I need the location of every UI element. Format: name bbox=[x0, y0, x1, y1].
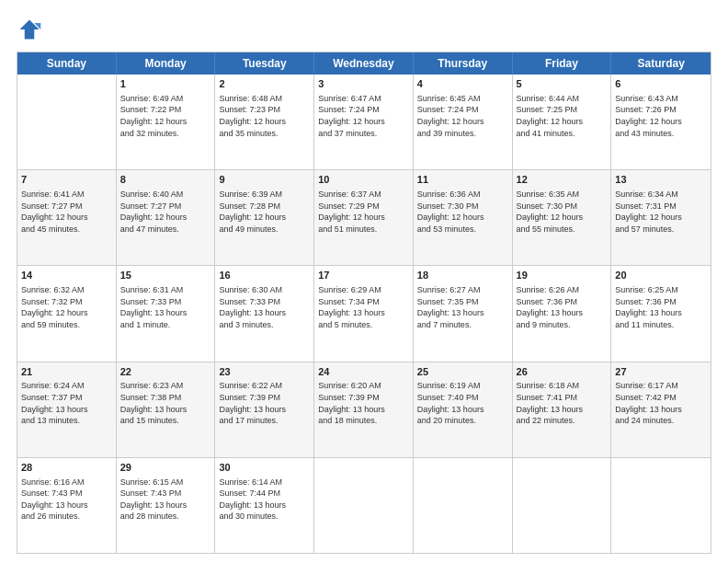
day-number: 28 bbox=[21, 461, 112, 475]
cal-cell-empty-4-6 bbox=[611, 458, 711, 553]
logo-icon bbox=[17, 17, 42, 42]
day-number: 25 bbox=[417, 365, 508, 379]
cell-info: Sunrise: 6:22 AM Sunset: 7:39 PM Dayligh… bbox=[219, 380, 310, 426]
cell-info: Sunrise: 6:35 AM Sunset: 7:30 PM Dayligh… bbox=[517, 189, 608, 235]
day-number: 2 bbox=[219, 77, 310, 91]
header-cell-tuesday: Tuesday bbox=[215, 52, 314, 75]
day-number: 4 bbox=[417, 77, 508, 91]
cal-cell-27: 27Sunrise: 6:17 AM Sunset: 7:42 PM Dayli… bbox=[611, 362, 711, 457]
day-number: 30 bbox=[219, 461, 310, 475]
cal-row-4: 28Sunrise: 6:16 AM Sunset: 7:43 PM Dayli… bbox=[17, 458, 711, 553]
cell-info: Sunrise: 6:45 AM Sunset: 7:24 PM Dayligh… bbox=[417, 93, 508, 139]
cell-info: Sunrise: 6:15 AM Sunset: 7:43 PM Dayligh… bbox=[120, 477, 211, 523]
cell-info: Sunrise: 6:32 AM Sunset: 7:32 PM Dayligh… bbox=[21, 284, 112, 330]
cell-info: Sunrise: 6:23 AM Sunset: 7:38 PM Dayligh… bbox=[120, 380, 211, 426]
cal-cell-empty-4-3 bbox=[314, 458, 414, 553]
cal-cell-24: 24Sunrise: 6:20 AM Sunset: 7:39 PM Dayli… bbox=[314, 362, 414, 457]
cell-info: Sunrise: 6:39 AM Sunset: 7:28 PM Dayligh… bbox=[219, 189, 310, 235]
calendar-body: 1Sunrise: 6:49 AM Sunset: 7:22 PM Daylig… bbox=[17, 75, 711, 553]
cell-info: Sunrise: 6:40 AM Sunset: 7:27 PM Dayligh… bbox=[120, 189, 211, 235]
cal-cell-7: 7Sunrise: 6:41 AM Sunset: 7:27 PM Daylig… bbox=[17, 170, 117, 265]
cal-cell-21: 21Sunrise: 6:24 AM Sunset: 7:37 PM Dayli… bbox=[17, 362, 117, 457]
header-cell-friday: Friday bbox=[513, 52, 612, 75]
cell-info: Sunrise: 6:44 AM Sunset: 7:25 PM Dayligh… bbox=[517, 93, 608, 139]
day-number: 11 bbox=[417, 173, 508, 187]
cell-info: Sunrise: 6:30 AM Sunset: 7:33 PM Dayligh… bbox=[219, 284, 310, 330]
cal-cell-16: 16Sunrise: 6:30 AM Sunset: 7:33 PM Dayli… bbox=[215, 266, 314, 361]
cal-cell-18: 18Sunrise: 6:27 AM Sunset: 7:35 PM Dayli… bbox=[414, 266, 513, 361]
cell-info: Sunrise: 6:27 AM Sunset: 7:35 PM Dayligh… bbox=[417, 284, 508, 330]
cal-row-2: 14Sunrise: 6:32 AM Sunset: 7:32 PM Dayli… bbox=[17, 266, 711, 362]
day-number: 8 bbox=[120, 173, 211, 187]
cell-info: Sunrise: 6:25 AM Sunset: 7:36 PM Dayligh… bbox=[615, 284, 707, 330]
svg-marker-0 bbox=[20, 20, 40, 40]
cell-info: Sunrise: 6:47 AM Sunset: 7:24 PM Dayligh… bbox=[318, 93, 409, 139]
header bbox=[17, 17, 711, 42]
day-number: 21 bbox=[21, 365, 112, 379]
header-cell-sunday: Sunday bbox=[17, 52, 117, 75]
cal-cell-3: 3Sunrise: 6:47 AM Sunset: 7:24 PM Daylig… bbox=[314, 75, 414, 169]
cal-cell-26: 26Sunrise: 6:18 AM Sunset: 7:41 PM Dayli… bbox=[513, 362, 612, 457]
cell-info: Sunrise: 6:18 AM Sunset: 7:41 PM Dayligh… bbox=[517, 380, 608, 426]
cal-cell-25: 25Sunrise: 6:19 AM Sunset: 7:40 PM Dayli… bbox=[414, 362, 513, 457]
cell-info: Sunrise: 6:29 AM Sunset: 7:34 PM Dayligh… bbox=[318, 284, 409, 330]
cell-info: Sunrise: 6:41 AM Sunset: 7:27 PM Dayligh… bbox=[21, 189, 112, 235]
day-number: 15 bbox=[120, 269, 211, 282]
day-number: 12 bbox=[517, 173, 608, 187]
header-cell-wednesday: Wednesday bbox=[314, 52, 414, 75]
header-cell-thursday: Thursday bbox=[414, 52, 513, 75]
day-number: 3 bbox=[318, 77, 409, 91]
cal-cell-23: 23Sunrise: 6:22 AM Sunset: 7:39 PM Dayli… bbox=[215, 362, 314, 457]
day-number: 13 bbox=[615, 173, 707, 187]
day-number: 20 bbox=[615, 269, 707, 282]
cal-cell-empty-4-5 bbox=[513, 458, 612, 553]
day-number: 17 bbox=[318, 269, 409, 282]
day-number: 9 bbox=[219, 173, 310, 187]
cal-cell-9: 9Sunrise: 6:39 AM Sunset: 7:28 PM Daylig… bbox=[215, 170, 314, 265]
cal-cell-2: 2Sunrise: 6:48 AM Sunset: 7:23 PM Daylig… bbox=[215, 75, 314, 169]
cal-row-3: 21Sunrise: 6:24 AM Sunset: 7:37 PM Dayli… bbox=[17, 362, 711, 458]
cal-cell-29: 29Sunrise: 6:15 AM Sunset: 7:43 PM Dayli… bbox=[117, 458, 216, 553]
cell-info: Sunrise: 6:36 AM Sunset: 7:30 PM Dayligh… bbox=[417, 189, 508, 235]
cal-cell-11: 11Sunrise: 6:36 AM Sunset: 7:30 PM Dayli… bbox=[414, 170, 513, 265]
cal-cell-19: 19Sunrise: 6:26 AM Sunset: 7:36 PM Dayli… bbox=[513, 266, 612, 361]
day-number: 18 bbox=[417, 269, 508, 282]
day-number: 19 bbox=[517, 269, 608, 282]
header-cell-monday: Monday bbox=[117, 52, 216, 75]
cal-cell-5: 5Sunrise: 6:44 AM Sunset: 7:25 PM Daylig… bbox=[513, 75, 612, 169]
cal-cell-6: 6Sunrise: 6:43 AM Sunset: 7:26 PM Daylig… bbox=[611, 75, 711, 169]
day-number: 1 bbox=[120, 77, 211, 91]
cell-info: Sunrise: 6:48 AM Sunset: 7:23 PM Dayligh… bbox=[219, 93, 310, 139]
cell-info: Sunrise: 6:43 AM Sunset: 7:26 PM Dayligh… bbox=[615, 93, 707, 139]
cal-cell-10: 10Sunrise: 6:37 AM Sunset: 7:29 PM Dayli… bbox=[314, 170, 414, 265]
cal-cell-28: 28Sunrise: 6:16 AM Sunset: 7:43 PM Dayli… bbox=[17, 458, 117, 553]
cell-info: Sunrise: 6:24 AM Sunset: 7:37 PM Dayligh… bbox=[21, 380, 112, 426]
cell-info: Sunrise: 6:31 AM Sunset: 7:33 PM Dayligh… bbox=[120, 284, 211, 330]
cell-info: Sunrise: 6:49 AM Sunset: 7:22 PM Dayligh… bbox=[120, 93, 211, 139]
cal-cell-4: 4Sunrise: 6:45 AM Sunset: 7:24 PM Daylig… bbox=[414, 75, 513, 169]
day-number: 27 bbox=[615, 365, 707, 379]
cal-cell-8: 8Sunrise: 6:40 AM Sunset: 7:27 PM Daylig… bbox=[117, 170, 216, 265]
cell-info: Sunrise: 6:20 AM Sunset: 7:39 PM Dayligh… bbox=[318, 380, 409, 426]
cell-info: Sunrise: 6:17 AM Sunset: 7:42 PM Dayligh… bbox=[615, 380, 707, 426]
day-number: 6 bbox=[615, 77, 707, 91]
day-number: 23 bbox=[219, 365, 310, 379]
calendar-header-row: SundayMondayTuesdayWednesdayThursdayFrid… bbox=[17, 52, 711, 75]
day-number: 14 bbox=[21, 269, 112, 282]
cal-cell-empty-4-4 bbox=[414, 458, 513, 553]
header-cell-saturday: Saturday bbox=[611, 52, 711, 75]
day-number: 7 bbox=[21, 173, 112, 187]
day-number: 24 bbox=[318, 365, 409, 379]
cal-cell-30: 30Sunrise: 6:14 AM Sunset: 7:44 PM Dayli… bbox=[215, 458, 314, 553]
day-number: 29 bbox=[120, 461, 211, 475]
cal-cell-17: 17Sunrise: 6:29 AM Sunset: 7:34 PM Dayli… bbox=[314, 266, 414, 361]
day-number: 5 bbox=[517, 77, 608, 91]
calendar: SundayMondayTuesdayWednesdayThursdayFrid… bbox=[17, 52, 711, 554]
cell-info: Sunrise: 6:26 AM Sunset: 7:36 PM Dayligh… bbox=[517, 284, 608, 330]
day-number: 22 bbox=[120, 365, 211, 379]
cal-cell-12: 12Sunrise: 6:35 AM Sunset: 7:30 PM Dayli… bbox=[513, 170, 612, 265]
logo bbox=[17, 17, 46, 42]
cell-info: Sunrise: 6:34 AM Sunset: 7:31 PM Dayligh… bbox=[615, 189, 707, 235]
cal-cell-22: 22Sunrise: 6:23 AM Sunset: 7:38 PM Dayli… bbox=[117, 362, 216, 457]
day-number: 16 bbox=[219, 269, 310, 282]
